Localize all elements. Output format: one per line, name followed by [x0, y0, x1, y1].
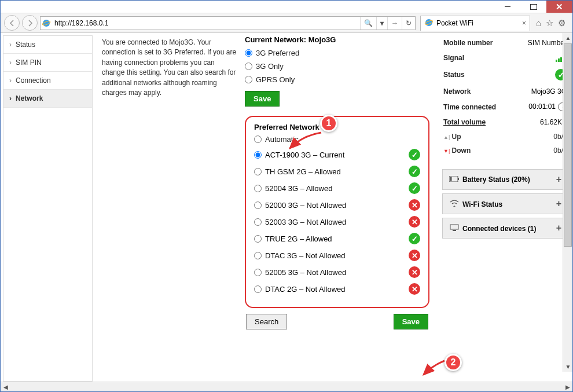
expand-icon: + [556, 174, 561, 185]
window-minimize-button[interactable] [494, 1, 520, 13]
scroll-left-icon[interactable]: ◀ [1, 382, 10, 392]
go-arrow-icon[interactable]: → [387, 17, 402, 30]
annotation-arrow-1 [285, 131, 326, 154]
settings-gear-icon[interactable]: ⚙ [558, 18, 565, 28]
preferred-network-radio[interactable]: 52004 3G – Allowed [254, 184, 332, 193]
vertical-scrollbar[interactable]: ▲ ▼ [563, 33, 572, 372]
accordion-devices[interactable]: Connected devices (1) + [442, 218, 568, 239]
stat-time-value: 00:01:01 [528, 102, 567, 111]
current-network-heading: Current Network: Mojo3G [245, 35, 429, 44]
sidenav-label: Network [16, 94, 43, 102]
radio-gprs-only[interactable]: GPRS Only [245, 75, 429, 84]
radio-3g-preferred[interactable]: 3G Preferred [245, 49, 429, 57]
not-allowed-icon: ✕ [409, 250, 420, 261]
scroll-down-icon[interactable]: ▼ [563, 362, 572, 372]
url-input[interactable] [52, 19, 360, 27]
up-arrow-icon: ▲| [443, 134, 450, 140]
preferred-network-radio[interactable]: 52003 3G – Not Allowed [254, 218, 346, 226]
browser-toolbar: 🔍 ▾ → ↻ Pocket WiFi × ⌂ ☆ ⚙ [1, 13, 572, 33]
preferred-network-panel: Preferred Network Automatic ACT-1900 3G … [245, 116, 429, 308]
window-close-button[interactable]: ✕ [546, 1, 572, 13]
preferred-network-radio[interactable]: TRUE 2G – Allowed [254, 235, 332, 243]
scroll-right-icon[interactable]: ▶ [563, 382, 572, 392]
address-bar: 🔍 ▾ → ↻ [40, 16, 416, 30]
preferred-network-row: 52003 3G – Not Allowed✕ [254, 216, 420, 228]
accordion-battery[interactable]: Battery Status (20%) + [442, 169, 568, 190]
svg-rect-8 [453, 230, 456, 231]
save-preferred-button[interactable]: Save [394, 314, 428, 329]
preferred-network-row: 52005 3G – Not Allowed✕ [254, 266, 420, 278]
preferred-network-row: TRUE 2G – Allowed✓ [254, 233, 420, 244]
svg-rect-7 [450, 225, 458, 229]
home-icon[interactable]: ⌂ [536, 18, 541, 28]
annotation-1: 1 [320, 115, 337, 132]
nav-forward-button[interactable] [22, 15, 38, 31]
stat-status-label: Status [443, 71, 465, 79]
scroll-thumb[interactable] [564, 43, 572, 247]
sidenav-label: Status [16, 41, 35, 49]
preferred-network-row: DTAC 2G – Not Allowed✕ [254, 283, 420, 295]
stat-total-label[interactable]: Total volume [443, 118, 486, 126]
tab-pocket-wifi[interactable]: Pocket WiFi × [420, 16, 530, 31]
refresh-button[interactable]: ↻ [402, 17, 415, 30]
stat-network-label: Network [443, 87, 471, 96]
ie-icon [41, 19, 52, 28]
favorites-icon[interactable]: ☆ [546, 18, 553, 28]
allowed-icon: ✓ [409, 233, 420, 244]
wifi-icon [449, 200, 460, 207]
save-current-network-button[interactable]: Save [245, 91, 280, 107]
search-dropdown-icon[interactable]: 🔍 [360, 17, 376, 30]
not-allowed-icon: ✕ [409, 266, 420, 278]
radio-label: 3G Only [256, 62, 284, 71]
sidenav-label: SIM PIN [16, 58, 42, 67]
nav-back-button[interactable] [4, 15, 20, 31]
preferred-network-label: 52003 3G – Not Allowed [265, 218, 346, 226]
sidenav-item-network[interactable]: ›Network [3, 90, 92, 108]
radio-automatic[interactable]: Automatic [254, 135, 420, 144]
addr-dropdown-icon[interactable]: ▾ [376, 17, 387, 30]
not-allowed-icon: ✕ [409, 283, 420, 295]
preferred-network-radio[interactable]: 52000 3G – Not Allowed [254, 201, 346, 210]
browser-window: ✕ 🔍 ▾ → ↻ Pocket WiFi × [0, 0, 573, 392]
sidenav-item-connection[interactable]: ›Connection [3, 72, 92, 90]
radio-label: 3G Preferred [256, 49, 299, 57]
search-networks-button[interactable]: Search [246, 314, 287, 329]
scroll-up-icon[interactable]: ▲ [563, 33, 572, 43]
preferred-network-row: 52004 3G – Allowed✓ [254, 182, 420, 194]
preferred-network-label: 52000 3G – Not Allowed [265, 201, 346, 210]
accordion-label: Wi-Fi Status [462, 200, 502, 208]
svg-rect-6 [450, 177, 452, 181]
svg-point-2 [425, 19, 432, 26]
tab-close-button[interactable]: × [522, 19, 526, 27]
accordion-wifi[interactable]: Wi-Fi Status + [442, 193, 568, 214]
window-titlebar: ✕ [1, 1, 572, 13]
horizontal-scrollbar[interactable]: ◀ ▶ [1, 382, 572, 391]
tab-strip: Pocket WiFi × [420, 16, 530, 31]
toolbar-right-icons: ⌂ ☆ ⚙ [532, 18, 569, 28]
preferred-network-row: DTAC 3G – Not Allowed✕ [254, 250, 420, 261]
preferred-network-row: ACT-1900 3G – Current✓ [254, 149, 420, 160]
window-maximize-button[interactable] [520, 1, 546, 13]
annotation-2: 2 [445, 354, 462, 371]
network-form: Current Network: Mojo3G 3G Preferred 3G … [240, 35, 434, 382]
stat-up-label: Up [452, 133, 461, 141]
page-content: ›Status ›SIM PIN ›Connection ›Network Yo… [1, 33, 572, 382]
preferred-network-radio[interactable]: DTAC 2G – Not Allowed [254, 285, 345, 294]
preferred-network-radio[interactable]: DTAC 3G – Not Allowed [254, 251, 345, 260]
side-nav: ›Status ›SIM PIN ›Connection ›Network [3, 35, 93, 382]
expand-icon: + [556, 223, 561, 233]
not-allowed-icon: ✕ [409, 199, 420, 211]
sidenav-item-status[interactable]: ›Status [3, 36, 92, 54]
accordion-label: Connected devices (1) [462, 225, 536, 233]
status-panel: Mobile numberSIM Number Signal Status✓ N… [440, 35, 570, 382]
sidenav-item-sim-pin[interactable]: ›SIM PIN [3, 54, 92, 72]
preferred-network-label: DTAC 2G – Not Allowed [265, 285, 345, 294]
preferred-network-radio[interactable]: TH GSM 2G – Allowed [254, 167, 341, 176]
stat-network-value: Mojo3G 3G [531, 87, 567, 96]
stat-signal-label: Signal [443, 54, 464, 62]
stat-down-label: Down [452, 146, 471, 155]
preferred-network-row: TH GSM 2G – Allowed✓ [254, 166, 420, 177]
preferred-network-label: 52004 3G – Allowed [265, 184, 332, 193]
radio-3g-only[interactable]: 3G Only [245, 62, 429, 71]
preferred-network-radio[interactable]: 52005 3G – Not Allowed [254, 268, 346, 277]
